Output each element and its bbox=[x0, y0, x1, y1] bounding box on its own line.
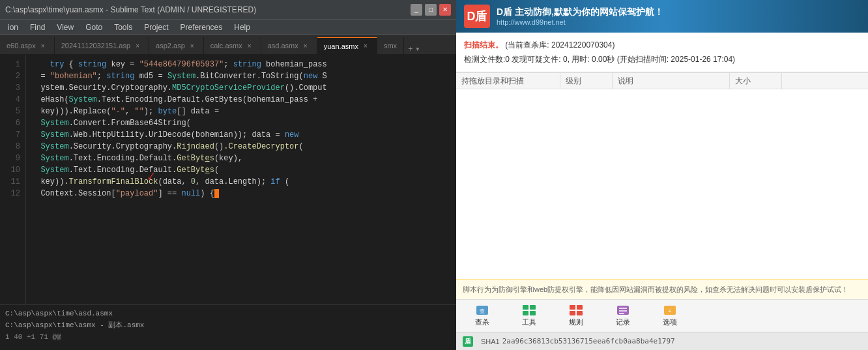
tab-close-icon[interactable]: × bbox=[38, 41, 48, 50]
tab-close-icon[interactable]: × bbox=[245, 41, 254, 50]
maximize-button[interactable]: □ bbox=[425, 4, 437, 16]
tab-asp2[interactable]: asp2.asp × bbox=[149, 37, 204, 54]
dun-title: D盾 主动防御,默默为你的网站保驾护航！ bbox=[497, 7, 663, 18]
dun-toolbar: 查 查杀 工具 bbox=[456, 299, 868, 332]
file-path-2: C:\asp\aspx\time\asmx - 副本.asmx bbox=[5, 319, 451, 331]
code-line: System.Text.Encoding.Default.GetBytes( bbox=[31, 164, 451, 176]
code-line: eHash(System.Text.Encoding.Default.GetBy… bbox=[31, 94, 451, 106]
tools-icon bbox=[522, 304, 536, 316]
menu-item-help[interactable]: Help bbox=[229, 22, 255, 33]
tab-label: calc.asmx bbox=[210, 42, 242, 50]
shield-status: 盾 bbox=[463, 336, 473, 347]
records-icon bbox=[616, 304, 630, 316]
code-line: System.Security.Cryptography.Rijndaed().… bbox=[31, 141, 451, 153]
scan-btn-label: 查杀 bbox=[475, 317, 489, 327]
dun-header: D盾 D盾 主动防御,默默为你的网站保驾护航！ http://www.d99ne… bbox=[456, 0, 868, 33]
menu-item-goto[interactable]: Goto bbox=[80, 22, 108, 33]
menu-item-find[interactable]: Find bbox=[25, 22, 50, 33]
tab-calc[interactable]: calc.asmx × bbox=[204, 37, 261, 54]
plus-icon: + bbox=[408, 45, 412, 54]
col-header-level: 级别 bbox=[560, 73, 613, 89]
scan-icon: 查 bbox=[475, 304, 489, 316]
tools-btn-label: 工具 bbox=[522, 317, 536, 327]
dun-bottom-row: 盾 SHA1 2aa96c36813cb53136715eea6fcb0aa8b… bbox=[456, 332, 868, 350]
code-line: System.Text.Encoding.Default.GetBytes(ke… bbox=[31, 153, 451, 164]
code-editor[interactable]: 1234 5678 9101112 try { string key = "54… bbox=[0, 55, 456, 304]
tab-label: smx bbox=[384, 42, 397, 50]
dun-website: http://www.d99net.net bbox=[497, 18, 663, 26]
tab-label: 20241112032151.asp bbox=[61, 42, 130, 50]
tab-smx[interactable]: smx bbox=[377, 37, 404, 54]
tab-label: yuan.asmx bbox=[324, 42, 358, 50]
tab-yuan[interactable]: yuan.asmx × bbox=[317, 37, 377, 54]
scan-result-area: 扫描结束。 (当前查杀库: 20241220070304) 检测文件数:0 发现… bbox=[456, 33, 868, 72]
file-path-1: C:\asp\aspx\time\asd.asmx bbox=[5, 308, 451, 319]
scan-result-line1: 扫描结束。 (当前查杀库: 20241220070304) bbox=[464, 38, 860, 52]
scan-status-label: 扫描结束。 bbox=[464, 40, 503, 50]
scan-result-line2: 检测文件数:0 发现可疑文件: 0, 用时: 0.00秒 (开始扫描时间: 20… bbox=[464, 52, 860, 66]
tab-label: e60.aspx bbox=[7, 42, 36, 50]
hash-item: SHA1 2aa96c36813cb53136715eea6fcb0aa8ba4… bbox=[481, 337, 675, 345]
chevron-icon: ▾ bbox=[415, 44, 420, 54]
menu-item-ion[interactable]: ion bbox=[3, 22, 23, 33]
dun-logo: D盾 bbox=[464, 5, 490, 28]
svg-rect-7 bbox=[577, 305, 583, 310]
menu-item-view[interactable]: View bbox=[51, 22, 79, 33]
toolbar-btn-options[interactable]: ≡ 选项 bbox=[649, 302, 691, 330]
tab-close-icon[interactable]: × bbox=[301, 41, 310, 50]
records-btn-label: 记录 bbox=[616, 317, 630, 327]
code-line: Context.Session["payload"] == null) {| bbox=[31, 188, 451, 199]
svg-rect-6 bbox=[570, 305, 575, 310]
tab-label: asp2.asp bbox=[156, 42, 185, 50]
code-content[interactable]: try { string key = "544e864796f05937"; s… bbox=[26, 55, 456, 304]
code-line: System.Web.HttpUtility.UrlDecode(bohemia… bbox=[31, 129, 451, 141]
scan-db-version: (当前查杀库: 20241220070304) bbox=[505, 40, 615, 50]
warning-text: 脚本行为为防御引擎和web防提权引擎，能降低因网站漏洞而被提权的风险，如查杀无法… bbox=[456, 279, 868, 299]
tab-label: asd.asmx bbox=[268, 42, 298, 50]
scan-results-table bbox=[456, 89, 868, 279]
svg-rect-3 bbox=[530, 305, 536, 310]
toolbar-btn-records[interactable]: 记录 bbox=[602, 302, 644, 330]
menu-item-tools[interactable]: Tools bbox=[109, 22, 137, 33]
tab-add-button[interactable]: + ▾ bbox=[404, 44, 424, 54]
menu-item-project[interactable]: Project bbox=[139, 22, 173, 33]
menu-item-preferences[interactable]: Preferences bbox=[175, 22, 228, 33]
title-bar: C:\asp\aspx\time\yuan.asmx - Sublime Tex… bbox=[0, 0, 456, 20]
tab-close-icon[interactable]: × bbox=[361, 42, 370, 51]
options-icon: ≡ bbox=[663, 304, 677, 316]
hash-value: 2aa96c36813cb53136715eea6fcb0aa8ba4e1797 bbox=[502, 337, 675, 345]
code-line: System.Convert.FromBase64String( bbox=[31, 117, 451, 129]
tab-bar: e60.aspx × 20241112032151.asp × asp2.asp… bbox=[0, 35, 456, 55]
close-button[interactable]: ✕ bbox=[439, 4, 451, 16]
col-header-size: 大小 bbox=[730, 73, 782, 89]
code-line: key)).TransformFinalBlock(data, 0, data.… bbox=[31, 176, 451, 188]
tab-close-icon[interactable]: × bbox=[133, 41, 142, 50]
code-line: = "bohemian"; string md5 = System.BitCon… bbox=[31, 70, 451, 82]
code-line: try { string key = "544e864796f05937"; s… bbox=[31, 59, 451, 70]
toolbar-btn-tools[interactable]: 工具 bbox=[508, 302, 550, 330]
svg-text:≡: ≡ bbox=[669, 308, 672, 314]
window-title: C:\asp\aspx\time\yuan.asmx - Sublime Tex… bbox=[5, 5, 256, 14]
svg-text:查: 查 bbox=[480, 308, 485, 314]
tab-e60aspx[interactable]: e60.aspx × bbox=[0, 37, 55, 54]
shield-icon-text: 盾 bbox=[465, 337, 471, 346]
col-header-desc: 说明 bbox=[613, 73, 730, 89]
rules-btn-label: 规则 bbox=[569, 317, 583, 327]
tab-20241112[interactable]: 20241112032151.asp × bbox=[55, 37, 149, 54]
menu-bar: ion Find View Goto Tools Project Prefere… bbox=[0, 20, 456, 35]
options-btn-label: 选项 bbox=[663, 317, 677, 327]
line-numbers: 1234 5678 9101112 bbox=[0, 55, 26, 304]
shield-icon: 盾 bbox=[463, 336, 473, 347]
col-header-path: 持拖放目录和扫描 bbox=[456, 73, 560, 89]
minimize-button[interactable]: _ bbox=[411, 4, 422, 16]
git-status: 1 40 +1 71 @@ bbox=[5, 331, 451, 343]
toolbar-btn-scan[interactable]: 查 查杀 bbox=[461, 302, 503, 330]
tab-asd[interactable]: asd.asmx × bbox=[261, 37, 317, 54]
table-header: 持拖放目录和扫描 级别 说明 大小 bbox=[456, 72, 868, 89]
svg-rect-2 bbox=[523, 305, 528, 310]
tab-close-icon[interactable]: × bbox=[188, 41, 197, 50]
toolbar-btn-rules[interactable]: 规则 bbox=[555, 302, 597, 330]
svg-rect-4 bbox=[523, 311, 528, 315]
code-line: key))).Replace("-", ""); byte[] data = bbox=[31, 106, 451, 117]
svg-rect-8 bbox=[570, 311, 575, 315]
